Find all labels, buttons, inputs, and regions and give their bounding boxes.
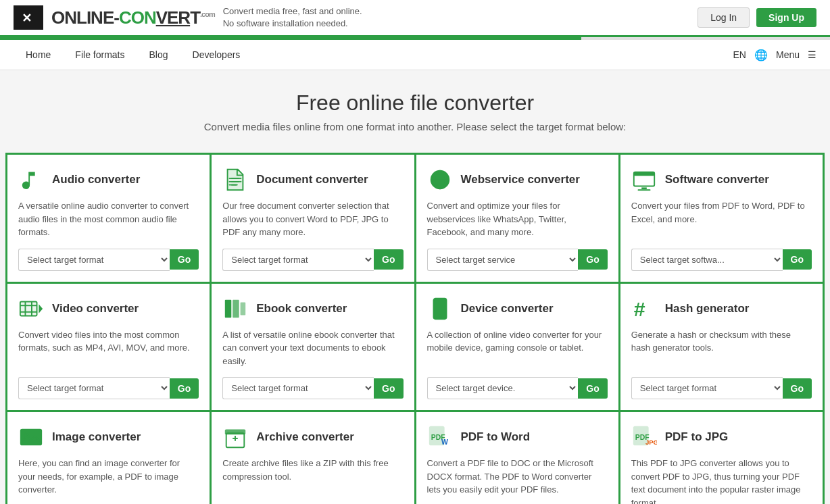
select-software[interactable]: Select target softwa... (631, 249, 783, 271)
go-button-software[interactable]: Go (783, 249, 812, 270)
logo-area: ✕ ONLINE-CONVERT.com Convert media free,… (14, 5, 362, 30)
card-title-archive: Archive converter (256, 430, 354, 444)
go-button-video[interactable]: Go (170, 378, 199, 399)
card-title-device: Device converter (461, 302, 554, 316)
select-hash[interactable]: Select target format (631, 377, 783, 399)
card-title-ebook: Ebook converter (256, 302, 347, 316)
card-desc-archive: Create archive files like a ZIP with thi… (222, 457, 403, 497)
svg-rect-4 (229, 184, 238, 186)
card-image: Image converter Here, you can find an im… (7, 412, 212, 504)
svg-point-25 (439, 315, 441, 318)
card-webservice: Webservice converter Convert and optimiz… (416, 155, 620, 284)
signup-button[interactable]: Sign Up (756, 8, 816, 27)
hero-subtitle: Convert media files online from one form… (14, 121, 816, 132)
card-header-pdf-jpg: PDFJPG PDF to JPG (631, 424, 812, 450)
svg-rect-15 (20, 301, 37, 316)
icon-hash: # (631, 296, 657, 322)
svg-rect-31 (225, 430, 245, 435)
nav-home[interactable]: Home (14, 40, 63, 70)
card-header-software: Software converter (631, 167, 812, 193)
card-desc-audio: A versatile online audio converter to co… (18, 199, 199, 239)
icon-audio (18, 167, 44, 193)
select-device[interactable]: Select target device. (427, 377, 579, 399)
card-pdf-word: PDFW PDF to Word Convert a PDF file to D… (416, 412, 620, 504)
icon-image (18, 424, 44, 450)
header: ✕ ONLINE-CONVERT.com Convert media free,… (0, 0, 830, 37)
svg-rect-21 (225, 300, 232, 318)
card-archive: Archive converter Create archive files l… (212, 412, 416, 504)
card-header-document: Document converter (222, 167, 403, 193)
card-action-hash: Select target format Go (631, 377, 812, 399)
card-document: Document converter Our free document con… (212, 155, 416, 284)
card-desc-document: Our free document converter selection th… (222, 199, 403, 239)
icon-ebook (222, 296, 248, 322)
go-button-hash[interactable]: Go (783, 378, 812, 399)
card-header-hash: # Hash generator (631, 296, 812, 322)
svg-rect-12 (641, 188, 647, 190)
lang-label[interactable]: EN (733, 49, 746, 60)
icon-web (427, 167, 453, 193)
card-pdf-jpg: PDFJPG PDF to JPG This PDF to JPG conver… (620, 412, 825, 504)
select-audio[interactable]: Select target format (18, 249, 170, 271)
card-desc-image: Here, you can find an image converter fo… (18, 457, 199, 497)
menu-label[interactable]: Menu (776, 49, 800, 60)
icon-archive (222, 424, 248, 450)
card-desc-ebook: A list of versatile online ebook convert… (222, 328, 403, 368)
nav-right: EN 🌐 Menu ☰ (733, 49, 816, 61)
logo-icon-box: ✕ (14, 5, 43, 30)
card-action-webservice: Select target service Go (427, 249, 608, 271)
card-title-pdf-word: PDF to Word (461, 430, 531, 444)
select-webservice[interactable]: Select target service (427, 249, 579, 271)
svg-rect-23 (241, 302, 246, 315)
card-audio: Audio converter A versatile online audio… (7, 155, 212, 284)
nav-blog[interactable]: Blog (137, 40, 180, 70)
card-header-device: Device converter (427, 296, 608, 322)
icon-video (18, 296, 44, 322)
logo-tagline: Convert media free, fast and online. No … (223, 5, 362, 30)
svg-rect-11 (634, 172, 654, 176)
card-device: Device converter A collection of online … (416, 284, 620, 413)
hero-title: Free online file converter (14, 91, 816, 116)
card-title-video: Video converter (52, 302, 139, 316)
go-button-ebook[interactable]: Go (374, 378, 403, 399)
go-button-document[interactable]: Go (374, 249, 403, 270)
card-header-audio: Audio converter (18, 167, 199, 193)
select-video[interactable]: Select target format (18, 377, 170, 399)
go-button-webservice[interactable]: Go (578, 249, 607, 270)
logo-text: ONLINE-CONVERT.com (51, 7, 215, 28)
select-ebook[interactable]: Select target format (222, 377, 374, 399)
svg-text:✕: ✕ (22, 11, 32, 25)
card-ebook: Ebook converter A list of versatile onli… (212, 284, 416, 413)
card-title-webservice: Webservice converter (461, 173, 580, 186)
card-title-software: Software converter (665, 173, 769, 186)
nav-developers[interactable]: Developers (180, 40, 253, 70)
login-button[interactable]: Log In (698, 7, 750, 28)
card-title-audio: Audio converter (52, 173, 140, 186)
card-title-pdf-jpg: PDF to JPG (665, 430, 729, 444)
icon-document (222, 167, 248, 193)
header-actions: Log In Sign Up (698, 7, 816, 28)
card-title-hash: Hash generator (665, 302, 750, 316)
card-desc-webservice: Convert and optimize your files for webs… (427, 199, 608, 239)
card-desc-video: Convert video files into the most common… (18, 328, 199, 368)
card-desc-device: A collection of online video converter f… (427, 328, 608, 368)
card-header-ebook: Ebook converter (222, 296, 403, 322)
go-button-device[interactable]: Go (578, 378, 607, 399)
converter-grid: Audio converter A versatile online audio… (5, 153, 825, 504)
card-action-document: Select target format Go (222, 249, 403, 271)
card-desc-software: Convert your files from PDF to Word, PDF… (631, 199, 812, 239)
nav-links: Home File formats Blog Developers (14, 40, 252, 70)
go-button-audio[interactable]: Go (170, 249, 199, 270)
card-header-webservice: Webservice converter (427, 167, 608, 193)
card-desc-hash: Generate a hash or checksum with these h… (631, 328, 812, 368)
svg-marker-20 (39, 304, 43, 313)
select-document[interactable]: Select target format (222, 249, 374, 271)
logo-dotcom: .com (200, 10, 215, 18)
svg-rect-2 (229, 178, 242, 180)
nav-file-formats[interactable]: File formats (63, 40, 137, 70)
svg-rect-3 (229, 181, 242, 182)
svg-rect-28 (21, 430, 41, 445)
card-header-image: Image converter (18, 424, 199, 450)
card-action-device: Select target device. Go (427, 377, 608, 399)
card-desc-pdf-word: Convert a PDF file to DOC or the Microso… (427, 457, 608, 504)
